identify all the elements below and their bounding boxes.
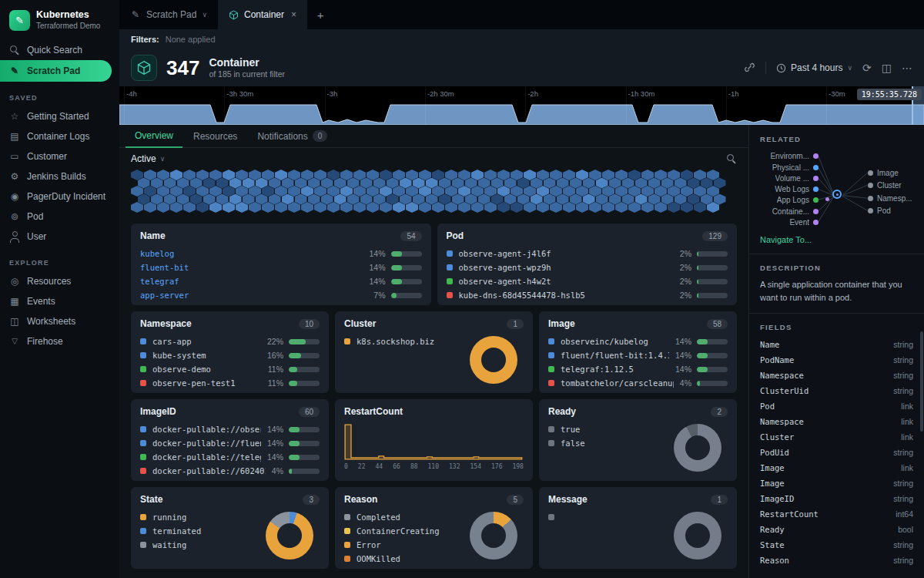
legend-row[interactable]: Error — [344, 538, 464, 552]
sidebar-item[interactable]: Worksheets — [0, 311, 119, 331]
link-icon[interactable] — [744, 62, 755, 75]
sidebar-item[interactable]: Scratch Pad — [0, 60, 112, 82]
field-row: Image link — [760, 460, 913, 476]
field-name: Image — [760, 479, 785, 488]
sidebar-item[interactable]: Events — [0, 291, 119, 311]
legend-label: running — [152, 512, 259, 522]
x-axis-tick: 88 — [410, 463, 418, 470]
related-node[interactable]: Pod — [868, 206, 891, 216]
field-type: string — [893, 386, 913, 395]
node-dot — [868, 170, 873, 176]
scrollbar-thumb[interactable] — [920, 331, 923, 432]
sidebar-item[interactable]: PagerDuty Incident — [0, 187, 119, 207]
histogram-x-axis: 022446688110132154176198 — [344, 463, 524, 470]
related-node[interactable]: Cluster — [868, 180, 902, 190]
sidebar-item[interactable]: Firehose — [0, 331, 119, 351]
time-scrubber[interactable]: -4h -3h 30m -3h -2h 30m -2h -1h 30m -1h … — [119, 86, 924, 125]
firehose-icon — [9, 336, 20, 347]
facet-value-link[interactable]: fluent-bit — [140, 263, 363, 272]
legend-row[interactable]: false — [548, 436, 668, 450]
mini-bar — [289, 353, 320, 358]
sidebar-item[interactable]: Getting Started — [0, 106, 119, 126]
sidebar-item[interactable]: Resources — [0, 271, 119, 291]
message-donut-chart — [674, 512, 721, 560]
instance-honeycomb[interactable] — [131, 170, 737, 216]
related-node-label: Pod — [877, 207, 891, 215]
facet-row[interactable]: observe-demo 11% — [140, 362, 320, 376]
pod-icon — [9, 211, 20, 222]
facet-row[interactable]: observe-agent-h4w2t 2% — [447, 274, 728, 288]
mini-bar — [391, 265, 422, 271]
facet-cards-grid: Name54 kubelog 14% fluent-bit 14% telegr… — [119, 219, 748, 578]
search-icon[interactable] — [726, 153, 737, 164]
facet-row[interactable]: docker-pullable://observ 14% — [140, 422, 320, 436]
facet-row[interactable]: kube-dns-68d45544478-hslb5 2% — [447, 288, 728, 302]
events-icon — [9, 296, 20, 307]
facet-row[interactable]: docker-pullable://602401 4% — [140, 464, 320, 478]
legend-row[interactable]: ContainerCreating — [344, 524, 464, 538]
sidebar-item[interactable]: Container Logs — [0, 126, 119, 146]
field-name: Namespace — [760, 417, 804, 426]
field-name: Ready — [760, 525, 785, 534]
facet-row[interactable]: docker-pullable://fluent 14% — [140, 436, 320, 450]
legend-row[interactable]: OOMKilled — [344, 552, 464, 566]
sidebar-item[interactable]: Customer — [0, 146, 119, 166]
field-row: PodUid string — [760, 445, 913, 460]
facet-row[interactable]: cars-app 22% — [140, 334, 320, 348]
central-node[interactable] — [832, 190, 842, 199]
facet-row[interactable]: tombatchelor/carscleanup 4% — [548, 376, 728, 390]
facet-row[interactable]: kube-system 16% — [140, 348, 320, 362]
facet-row[interactable]: kubelog 14% — [140, 247, 422, 260]
legend-row[interactable]: waiting — [140, 538, 259, 552]
facet-row[interactable]: telegraf:1.12.5 14% — [548, 362, 728, 376]
x-axis-tick: 44 — [376, 463, 383, 470]
tab-resources[interactable]: Resources — [184, 126, 246, 147]
close-icon[interactable]: × — [291, 9, 296, 20]
divider — [749, 254, 924, 254]
facet-row[interactable]: fluent/fluent-bit:1.4.3 14% — [548, 348, 728, 362]
legend-row[interactable]: k8s.sockshop.biz — [344, 334, 464, 348]
legend-row[interactable]: Completed — [344, 510, 464, 524]
facet-row[interactable]: telegraf 14% — [140, 274, 422, 288]
filters-value[interactable]: None applied — [166, 35, 216, 44]
card-count-badge: 10 — [299, 319, 320, 329]
restartcount-histogram — [344, 422, 524, 461]
facet-value-link[interactable]: telegraf — [140, 277, 363, 286]
facet-row[interactable]: observe-agent-j4l6f 2% — [447, 247, 728, 260]
tab-overview[interactable]: Overview — [126, 125, 182, 148]
reason-donut-chart — [470, 512, 517, 560]
refresh-icon[interactable]: ⟳ — [862, 62, 872, 73]
tab-scratch-pad[interactable]: Scratch Pad ∨ — [119, 0, 218, 29]
facet-value-link[interactable]: app-server — [140, 291, 367, 300]
facet-row[interactable]: observe-pen-test1 11% — [140, 376, 320, 390]
legend-swatch — [140, 338, 146, 344]
more-menu-icon[interactable]: ⋯ — [902, 62, 912, 73]
sidebar-item[interactable]: Jenkins Builds — [0, 166, 119, 187]
facet-percent: 14% — [369, 249, 385, 258]
related-node[interactable]: Namesp... — [868, 193, 912, 203]
tab-container[interactable]: Container × — [218, 0, 307, 29]
related-node[interactable]: Image — [868, 168, 899, 178]
sidebar-item[interactable]: Pod — [0, 207, 119, 227]
add-tab-button[interactable]: + — [307, 0, 333, 29]
legend-row[interactable]: running — [140, 510, 259, 524]
active-filter-dropdown[interactable]: Active — [131, 153, 156, 164]
facet-percent: 22% — [267, 337, 283, 346]
facet-row[interactable]: observeinc/kubelog 14% — [548, 334, 728, 348]
facet-value-link[interactable]: kubelog — [140, 249, 363, 258]
facet-value: observe-agent-h4w2t — [459, 277, 674, 286]
facet-row[interactable]: fluent-bit 14% — [140, 260, 422, 274]
columns-icon[interactable]: ◫ — [882, 62, 892, 73]
time-range-picker[interactable]: Past 4 hours ∨ — [776, 62, 852, 73]
facet-row[interactable]: observe-agent-wpz9h 2% — [447, 260, 728, 274]
workspace-switcher[interactable]: ✎ Kubernetes Terraformed Demo — [0, 8, 119, 40]
legend-row[interactable] — [548, 510, 668, 524]
legend-row[interactable]: terminated — [140, 524, 259, 538]
instance-count: 347 — [166, 56, 199, 80]
sidebar-item[interactable]: Quick Search — [0, 40, 119, 60]
facet-row[interactable]: docker-pullable://telegr 14% — [140, 450, 320, 464]
legend-row[interactable]: true — [548, 422, 668, 436]
sidebar-item[interactable]: User — [0, 227, 119, 247]
facet-row[interactable]: app-server 7% — [140, 288, 422, 302]
tab-notifications[interactable]: Notifications 0 — [248, 125, 336, 147]
